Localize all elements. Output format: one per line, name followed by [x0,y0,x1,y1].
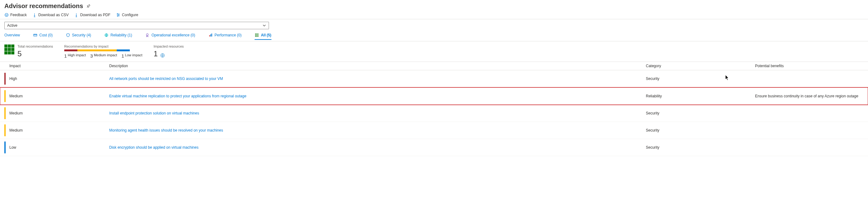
description-cell: Install endpoint protection solution on … [100,111,637,115]
grid-icon [4,44,14,54]
recommendations-by-impact: Recommendations by impact 1 High impact … [64,44,143,58]
svg-rect-14 [256,34,257,35]
benefits-cell: Ensure business continuity in case of an… [746,94,868,98]
feedback-label: Feedback [10,13,27,17]
description-cell: Monitoring agent health issues should be… [100,128,637,132]
category-cell: Security [637,77,746,81]
category-cell: Reliability [637,94,746,98]
svg-rect-21 [258,36,259,37]
feedback-button[interactable]: Feedback [4,13,27,17]
download-icon: ⭳ [32,13,37,17]
svg-rect-18 [258,35,259,36]
svg-rect-10 [209,35,210,36]
impact-cell: Medium [0,128,100,132]
category-cell: Security [637,128,746,132]
tab-security-label: Security (4) [72,33,91,37]
tab-reliability[interactable]: Reliability (1) [104,33,132,40]
table-row[interactable]: MediumMonitoring agent health issues sho… [0,122,868,139]
recommendation-link[interactable]: Install endpoint protection solution on … [109,111,199,115]
download-pdf-label: Download as PDF [80,13,111,17]
recommendation-link[interactable]: Monitoring agent health issues should be… [109,128,223,132]
tab-security[interactable]: Security (4) [66,33,91,40]
col-benefits[interactable]: Potential benefits [746,64,868,68]
description-cell: All network ports should be restricted o… [100,77,637,81]
svg-rect-12 [211,34,212,37]
svg-rect-17 [256,35,257,36]
category-cell: Security [637,111,746,115]
col-category[interactable]: Category [637,64,746,68]
svg-rect-20 [256,36,257,37]
download-csv-label: Download as CSV [38,13,69,17]
status-filter-value: Active [7,23,18,28]
svg-point-3 [117,13,118,14]
tab-all[interactable]: All (5) [255,33,271,40]
chevron-down-icon [262,24,266,27]
med-count: 3 [90,53,93,58]
high-count: 1 [64,53,67,58]
tab-cost[interactable]: Cost (0) [33,33,53,40]
recommendation-link[interactable]: All network ports should be restricted o… [109,77,223,81]
globe-icon [160,53,165,58]
svg-rect-7 [34,35,37,35]
summary-section: Total recommendations 5 Recommendations … [0,41,868,62]
tab-reliability-label: Reliability (1) [111,33,132,37]
shield-icon [66,33,70,37]
globe-icon [104,33,108,37]
impacted-resources: Impacted resources 1 [154,44,184,58]
category-tabs: Overview Cost (0) Security (4) Reliabili… [0,31,868,41]
grid-icon [255,33,259,37]
high-label: High impact [68,53,86,57]
tab-overview[interactable]: Overview [4,33,20,40]
page-title: Advisor recommendations [4,2,83,10]
sliders-icon [116,13,120,17]
table-row[interactable]: HighAll network ports should be restrict… [0,70,868,87]
table-row[interactable]: MediumEnable virtual machine replication… [0,87,868,105]
download-pdf-button[interactable]: ⭳ Download as PDF [74,13,111,17]
svg-point-5 [117,15,118,16]
tab-all-label: All (5) [261,33,271,37]
col-impact[interactable]: Impact [0,64,100,68]
total-label: Total recommendations [18,44,53,48]
pin-icon[interactable] [85,3,91,9]
recommendation-link[interactable]: Enable virtual machine replication to pr… [109,94,247,98]
impact-cell: Medium [0,111,100,115]
configure-button[interactable]: Configure [116,13,138,17]
tab-operational-label: Operational excellence (0) [151,33,195,37]
tab-performance[interactable]: Performance (0) [209,33,242,40]
total-value: 5 [18,49,53,58]
table-row[interactable]: MediumInstall endpoint protection soluti… [0,105,868,122]
table-header: Impact Description Category Potential be… [0,62,868,70]
impact-cell: High [0,77,100,81]
svg-rect-15 [258,34,259,35]
download-icon: ⭳ [74,13,79,17]
configure-label: Configure [122,13,138,17]
svg-rect-16 [255,35,256,36]
svg-rect-13 [255,34,256,35]
low-count: 1 [121,53,124,58]
svg-rect-11 [210,34,211,36]
svg-point-9 [146,34,148,35]
download-csv-button[interactable]: ⭳ Download as CSV [32,13,69,17]
low-label: Low impact [125,53,143,57]
impact-bar [64,49,130,51]
resources-value: 1 [154,49,158,58]
svg-point-0 [5,13,8,17]
tab-overview-label: Overview [4,33,20,37]
table-row[interactable]: LowDisk encryption should be applied on … [0,139,868,156]
category-cell: Security [637,145,746,150]
ribbon-icon [145,33,150,37]
chart-icon [209,33,213,37]
resources-label: Impacted resources [154,44,184,48]
tab-cost-label: Cost (0) [39,33,53,37]
recommendation-link[interactable]: Disk encryption should be applied on vir… [109,145,198,150]
impact-cell: Medium [0,94,100,98]
status-filter-dropdown[interactable]: Active [4,22,269,29]
med-label: Medium impact [94,53,117,57]
description-cell: Enable virtual machine replication to pr… [100,94,637,98]
svg-point-4 [118,14,119,15]
tab-operational[interactable]: Operational excellence (0) [145,33,195,40]
total-recommendations: Total recommendations 5 [4,44,53,58]
col-description[interactable]: Description [100,64,637,68]
tab-performance-label: Performance (0) [215,33,242,37]
svg-rect-19 [255,36,256,37]
